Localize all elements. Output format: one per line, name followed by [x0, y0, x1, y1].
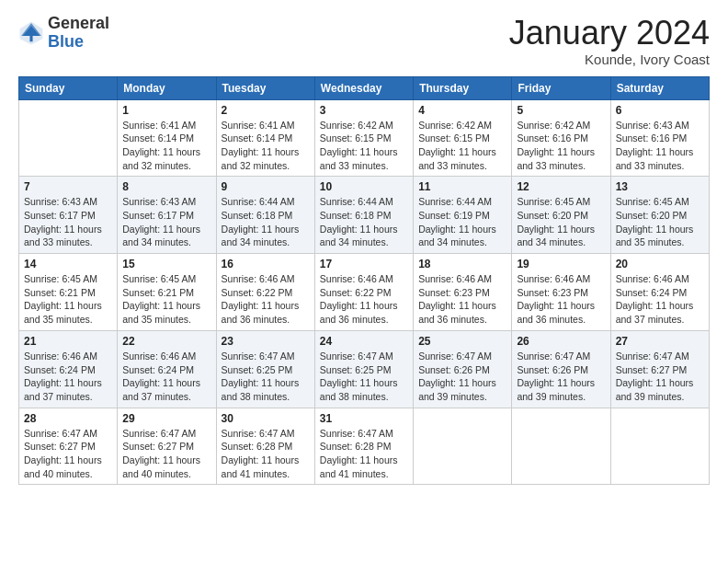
weekday-header-saturday: Saturday — [610, 76, 709, 99]
calendar-cell: 28Sunrise: 6:47 AM Sunset: 6:27 PM Dayli… — [19, 408, 118, 485]
logo: General Blue — [18, 15, 109, 52]
day-info: Sunrise: 6:45 AM Sunset: 6:21 PM Dayligh… — [24, 272, 112, 327]
day-number: 25 — [418, 335, 506, 348]
day-info: Sunrise: 6:42 AM Sunset: 6:15 PM Dayligh… — [418, 119, 506, 173]
calendar-cell: 19Sunrise: 6:46 AM Sunset: 6:23 PM Dayli… — [512, 254, 610, 331]
day-number: 30 — [222, 412, 310, 425]
calendar-cell: 14Sunrise: 6:45 AM Sunset: 6:21 PM Dayli… — [19, 254, 118, 331]
week-row-3: 14Sunrise: 6:45 AM Sunset: 6:21 PM Dayli… — [19, 254, 710, 331]
day-info: Sunrise: 6:47 AM Sunset: 6:27 PM Dayligh… — [24, 427, 112, 481]
weekday-header-wednesday: Wednesday — [314, 76, 413, 99]
day-number: 23 — [222, 335, 310, 348]
day-number: 20 — [616, 258, 704, 270]
calendar-cell: 13Sunrise: 6:45 AM Sunset: 6:20 PM Dayli… — [610, 177, 709, 254]
calendar-cell: 5Sunrise: 6:42 AM Sunset: 6:16 PM Daylig… — [512, 99, 610, 177]
day-info: Sunrise: 6:43 AM Sunset: 6:16 PM Dayligh… — [616, 119, 704, 173]
calendar-cell: 4Sunrise: 6:42 AM Sunset: 6:15 PM Daylig… — [414, 99, 512, 177]
calendar-cell: 9Sunrise: 6:44 AM Sunset: 6:18 PM Daylig… — [216, 177, 314, 254]
week-row-1: 1Sunrise: 6:41 AM Sunset: 6:14 PM Daylig… — [19, 99, 710, 177]
location-title: Kounde, Ivory Coast — [509, 52, 710, 67]
calendar-cell: 6Sunrise: 6:43 AM Sunset: 6:16 PM Daylig… — [610, 99, 709, 177]
day-number: 21 — [24, 335, 112, 348]
day-info: Sunrise: 6:41 AM Sunset: 6:14 PM Dayligh… — [222, 119, 310, 173]
day-number: 17 — [320, 258, 408, 270]
logo-blue-text: Blue — [48, 33, 109, 52]
day-number: 3 — [320, 104, 408, 117]
day-number: 31 — [320, 412, 408, 425]
calendar-cell: 26Sunrise: 6:47 AM Sunset: 6:26 PM Dayli… — [512, 330, 610, 408]
weekday-row: SundayMondayTuesdayWednesdayThursdayFrid… — [19, 76, 710, 99]
day-info: Sunrise: 6:46 AM Sunset: 6:23 PM Dayligh… — [517, 272, 605, 327]
day-number: 2 — [222, 104, 310, 117]
day-number: 19 — [517, 258, 605, 270]
weekday-header-friday: Friday — [512, 76, 610, 99]
day-number: 22 — [122, 335, 210, 348]
logo-general-text: General — [48, 15, 109, 33]
calendar-cell — [512, 408, 610, 485]
day-info: Sunrise: 6:47 AM Sunset: 6:25 PM Dayligh… — [222, 350, 310, 404]
day-info: Sunrise: 6:46 AM Sunset: 6:24 PM Dayligh… — [616, 272, 704, 327]
calendar-cell: 20Sunrise: 6:46 AM Sunset: 6:24 PM Dayli… — [610, 254, 709, 331]
calendar-cell: 8Sunrise: 6:43 AM Sunset: 6:17 PM Daylig… — [118, 177, 216, 254]
day-info: Sunrise: 6:47 AM Sunset: 6:27 PM Dayligh… — [122, 427, 210, 481]
day-number: 1 — [122, 104, 210, 117]
weekday-header-thursday: Thursday — [414, 76, 512, 99]
day-info: Sunrise: 6:47 AM Sunset: 6:28 PM Dayligh… — [320, 427, 408, 481]
day-number: 7 — [24, 180, 112, 193]
day-info: Sunrise: 6:41 AM Sunset: 6:14 PM Dayligh… — [122, 119, 210, 173]
day-number: 11 — [418, 180, 506, 193]
day-number: 8 — [122, 180, 210, 193]
day-info: Sunrise: 6:47 AM Sunset: 6:26 PM Dayligh… — [517, 350, 605, 404]
day-number: 13 — [616, 180, 704, 193]
week-row-2: 7Sunrise: 6:43 AM Sunset: 6:17 PM Daylig… — [19, 177, 710, 254]
day-number: 15 — [122, 258, 210, 270]
day-number: 24 — [320, 335, 408, 348]
weekday-header-sunday: Sunday — [19, 76, 118, 99]
day-info: Sunrise: 6:42 AM Sunset: 6:16 PM Dayligh… — [517, 119, 605, 173]
day-info: Sunrise: 6:46 AM Sunset: 6:23 PM Dayligh… — [418, 272, 506, 327]
calendar-cell: 29Sunrise: 6:47 AM Sunset: 6:27 PM Dayli… — [118, 408, 216, 485]
calendar-cell — [19, 99, 118, 177]
day-info: Sunrise: 6:47 AM Sunset: 6:25 PM Dayligh… — [320, 350, 408, 404]
calendar-cell: 10Sunrise: 6:44 AM Sunset: 6:18 PM Dayli… — [314, 177, 413, 254]
calendar-body: 1Sunrise: 6:41 AM Sunset: 6:14 PM Daylig… — [19, 99, 710, 485]
day-info: Sunrise: 6:46 AM Sunset: 6:22 PM Dayligh… — [320, 272, 408, 327]
day-number: 29 — [122, 412, 210, 425]
calendar-cell: 1Sunrise: 6:41 AM Sunset: 6:14 PM Daylig… — [118, 99, 216, 177]
day-info: Sunrise: 6:47 AM Sunset: 6:27 PM Dayligh… — [616, 350, 704, 404]
day-number: 12 — [517, 180, 605, 193]
day-info: Sunrise: 6:47 AM Sunset: 6:26 PM Dayligh… — [418, 350, 506, 404]
calendar-cell: 22Sunrise: 6:46 AM Sunset: 6:24 PM Dayli… — [118, 330, 216, 408]
day-info: Sunrise: 6:42 AM Sunset: 6:15 PM Dayligh… — [320, 119, 408, 173]
calendar-cell: 11Sunrise: 6:44 AM Sunset: 6:19 PM Dayli… — [414, 177, 512, 254]
day-info: Sunrise: 6:43 AM Sunset: 6:17 PM Dayligh… — [24, 195, 112, 249]
month-title: January 2024 — [509, 15, 710, 52]
day-number: 10 — [320, 180, 408, 193]
calendar-cell: 27Sunrise: 6:47 AM Sunset: 6:27 PM Dayli… — [610, 330, 709, 408]
page: General Blue January 2024 Kounde, Ivory … — [0, 0, 728, 563]
calendar-cell: 30Sunrise: 6:47 AM Sunset: 6:28 PM Dayli… — [216, 408, 314, 485]
calendar-cell: 21Sunrise: 6:46 AM Sunset: 6:24 PM Dayli… — [19, 330, 118, 408]
day-info: Sunrise: 6:47 AM Sunset: 6:28 PM Dayligh… — [222, 427, 310, 481]
calendar-cell: 16Sunrise: 6:46 AM Sunset: 6:22 PM Dayli… — [216, 254, 314, 331]
calendar-cell: 2Sunrise: 6:41 AM Sunset: 6:14 PM Daylig… — [216, 99, 314, 177]
day-info: Sunrise: 6:44 AM Sunset: 6:18 PM Dayligh… — [222, 195, 310, 249]
calendar-cell: 25Sunrise: 6:47 AM Sunset: 6:26 PM Dayli… — [414, 330, 512, 408]
calendar-table: SundayMondayTuesdayWednesdayThursdayFrid… — [18, 76, 710, 486]
day-number: 27 — [616, 335, 704, 348]
calendar-cell: 23Sunrise: 6:47 AM Sunset: 6:25 PM Dayli… — [216, 330, 314, 408]
day-number: 5 — [517, 104, 605, 117]
week-row-4: 21Sunrise: 6:46 AM Sunset: 6:24 PM Dayli… — [19, 330, 710, 408]
calendar-cell: 17Sunrise: 6:46 AM Sunset: 6:22 PM Dayli… — [314, 254, 413, 331]
calendar-cell: 7Sunrise: 6:43 AM Sunset: 6:17 PM Daylig… — [19, 177, 118, 254]
day-info: Sunrise: 6:44 AM Sunset: 6:18 PM Dayligh… — [320, 195, 408, 249]
calendar-cell: 3Sunrise: 6:42 AM Sunset: 6:15 PM Daylig… — [314, 99, 413, 177]
day-number: 18 — [418, 258, 506, 270]
day-number: 28 — [24, 412, 112, 425]
logo-icon — [18, 20, 44, 46]
day-number: 6 — [616, 104, 704, 117]
day-number: 9 — [222, 180, 310, 193]
title-block: January 2024 Kounde, Ivory Coast — [509, 15, 710, 67]
weekday-header-tuesday: Tuesday — [216, 76, 314, 99]
day-info: Sunrise: 6:45 AM Sunset: 6:20 PM Dayligh… — [616, 195, 704, 249]
